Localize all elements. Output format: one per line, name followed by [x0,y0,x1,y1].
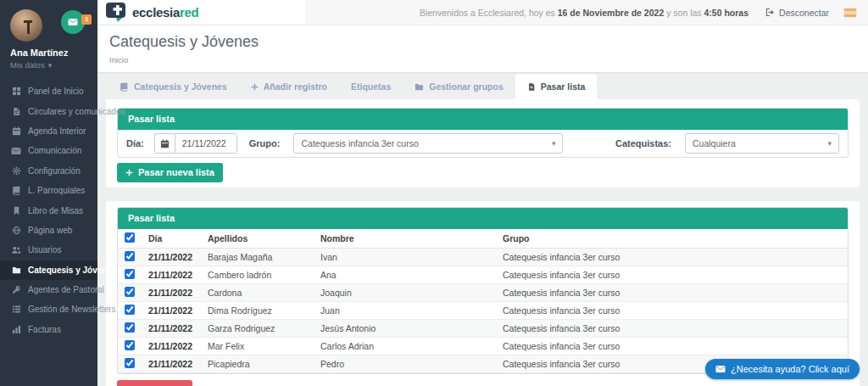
sidebar-item-comunicacion[interactable]: Comunicación [0,141,97,160]
cell-apellidos: Cardona [201,284,314,302]
sidebar-item-pagina-web[interactable]: Página web [0,221,97,240]
sidebar-item-l-parroquiales[interactable]: L. Parroquiales [0,181,97,200]
pasar-lista-form-panel: Pasar lista Día: [106,99,860,187]
tab-pasar-lista[interactable]: Pasar lista [515,74,598,99]
row-checkbox[interactable] [125,269,135,279]
document-icon [11,107,21,116]
sidebar-item-configuracion[interactable]: Configuración [0,161,97,181]
tab-gestionar-grupos[interactable]: Gestionar grupos [403,74,515,99]
envelope-icon [11,147,21,155]
sidebar-item-catequesis-y-jovenes[interactable]: Catequesis y Jóvenes [0,260,97,280]
cell-grupo: Catequesis infancia 3er curso [496,302,848,320]
my-data-dropdown[interactable]: Mis datos [10,60,87,70]
table-row: 21/11/2022Dima RodríguezJuanCatequesis i… [118,302,848,320]
envelope-icon [715,365,726,373]
users-icon [11,245,21,255]
cell-grupo: Catequesis infancia 3er curso [496,338,848,355]
page-title: Catequesis y Jóvenes [109,33,868,51]
row-checkbox[interactable] [125,340,135,350]
catequistas-select[interactable]: Cualquiera [685,133,839,154]
pasar-nueva-lista-label: Pasar nueva lista [138,167,214,178]
ecclesiared-logo-icon [106,3,126,22]
grupo-select[interactable]: Catequesis infancia 3er curso [293,133,563,154]
ecclesiared-app: 1 Ana Martínez Mis datos Panel de Inicio… [0,0,868,386]
calendar-icon [11,126,21,136]
tab-label: Añadir registro [264,81,327,92]
folder-icon [415,82,424,92]
sidebar-item-circulares-y-comunicados[interactable]: Circulares y comunicados [0,101,97,120]
row-checkbox[interactable] [125,358,135,368]
logout-button[interactable]: Desconectar [765,8,829,18]
pasar-lista-submit-button[interactable]: Pasar lista [117,380,192,386]
tab-label: Catequesis y Jóvenes [134,81,227,92]
cell-apellidos: Picapiedra [201,355,314,373]
sidebar-item-libro-de-misas[interactable]: Libro de Misas [0,200,97,220]
breadcrumb[interactable]: Inicio [109,55,128,64]
cell-dia: 21/11/2022 [142,355,201,373]
tab-anadir-registro[interactable]: Añadir registro [239,74,339,99]
sidebar-item-panel-de-inicio[interactable]: Panel de Inicio [0,81,97,101]
sidebar-item-facturas[interactable]: Facturas [0,320,97,339]
folder-icon [11,266,21,275]
sidebar-item-label: Panel de Inicio [28,87,84,96]
sidebar-item-label: Comunicación [28,146,81,155]
sidebar-item-label: Agenda Interior [28,126,86,136]
envelope-icon [68,18,78,26]
sidebar-item-gestion-de-newsletters[interactable]: Gestión de Newsletters [0,299,97,319]
book-icon [11,186,21,195]
cell-grupo: Catequesis infancia 3er curso [496,284,848,302]
cell-grupo: Catequesis infancia 3er curso [496,249,848,266]
cell-apellidos: Garza Rodriguez [201,320,314,338]
sidebar-item-label: Página web [28,226,72,235]
row-checkbox[interactable] [125,251,135,261]
sidebar-item-label: Configuración [28,166,81,176]
column-header-grupo: Grupo [496,229,848,249]
title-section: Catequesis y Jóvenes Inicio [97,25,868,72]
attendance-table: DíaApellidosNombreGrupo 21/11/2022Baraja… [118,229,848,373]
row-checkbox[interactable] [125,322,135,333]
tab-catequesis-y-jovenes[interactable]: Catequesis y Jóvenes [108,74,239,99]
sidebar-item-agentes-de-pastoral[interactable]: Agentes de Pastoral [0,280,97,299]
topbar: ecclesiared Bienvenidos a Ecclesiared, h… [97,0,868,25]
my-data-label: Mis datos [10,60,45,70]
cell-apellidos: Barajas Magaña [201,249,314,266]
sign-out-icon [765,8,775,17]
sidebar-item-label: L. Parroquiales [28,186,85,195]
catequistas-label: Catequistas: [615,138,671,148]
grid-icon [11,87,21,96]
help-button-label: ¿Necesita ayuda? Click aquí [731,364,849,374]
key-icon [11,285,21,294]
row-checkbox[interactable] [125,287,135,297]
dia-input[interactable] [175,133,237,154]
tab-etiquetas[interactable]: Etiquetas [339,74,403,99]
chart-icon [11,325,21,334]
list-icon [11,305,21,314]
sidebar-item-usuarios[interactable]: Usuarios [0,240,97,260]
sidebar-item-label: Circulares y comunicados [28,107,125,116]
cell-nombre: Juan [314,302,496,320]
cell-grupo: Catequesis infancia 3er curso [496,266,848,284]
calendar-picker-button[interactable] [154,133,175,154]
cell-apellidos: Mar Felix [201,338,314,355]
tab-bar: Catequesis y JóvenesAñadir registroEtiqu… [97,72,868,99]
sidebar-item-label: Agentes de Pastoral [28,285,104,294]
logo[interactable]: ecclesiared [97,0,305,25]
table-header-row: DíaApellidosNombreGrupo [118,229,848,249]
select-all-checkbox[interactable] [125,232,135,243]
cell-nombre: Jesús Antonio [314,320,496,338]
help-button[interactable]: ¿Necesita ayuda? Click aquí [705,359,860,379]
user-name: Ana Martínez [10,48,87,58]
table-panel-header: Pasar lista [118,208,848,229]
welcome-text: Bienvenidos a Ecclesiared, hoy es 16 de … [420,8,748,18]
sidebar: 1 Ana Martínez Mis datos Panel de Inicio… [0,0,97,386]
avatar[interactable] [10,9,42,42]
row-checkbox[interactable] [125,305,135,315]
form-panel-header: Pasar lista [118,109,848,130]
pasar-nueva-lista-button[interactable]: Pasar nueva lista [117,163,223,182]
sidebar-item-agenda-interior[interactable]: Agenda Interior [0,121,97,141]
cell-nombre: Joaquin [314,284,496,302]
sidebar-item-label: Libro de Misas [28,206,83,215]
sidebar-item-label: Facturas [28,325,61,334]
cell-dia: 21/11/2022 [142,338,201,355]
spain-flag-icon[interactable] [844,8,856,17]
